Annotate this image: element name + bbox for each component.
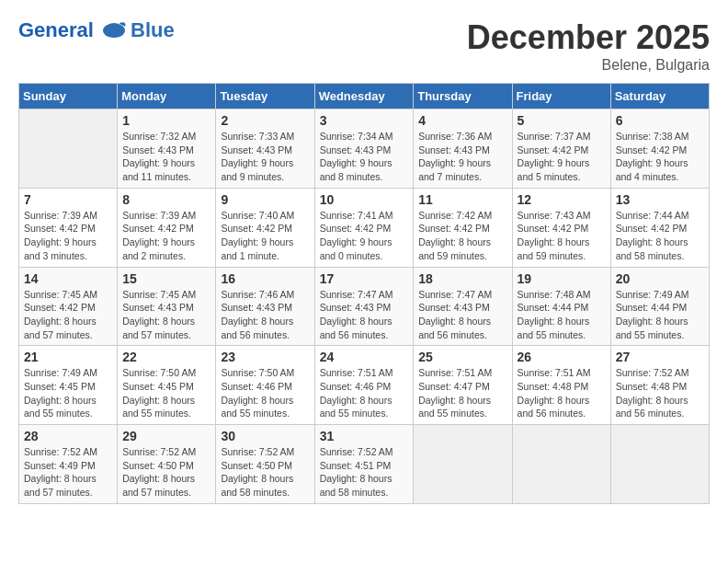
day-info: Sunrise: 7:52 AM Sunset: 4:49 PM Dayligh…	[24, 445, 112, 500]
day-info: Sunrise: 7:47 AM Sunset: 4:43 PM Dayligh…	[320, 288, 409, 342]
calendar-week-4: 21Sunrise: 7:49 AM Sunset: 4:45 PM Dayli…	[19, 346, 710, 425]
calendar-cell	[512, 425, 610, 504]
day-info: Sunrise: 7:50 AM Sunset: 4:46 PM Dayligh…	[221, 366, 309, 420]
calendar-cell: 8Sunrise: 7:39 AM Sunset: 4:42 PM Daylig…	[118, 188, 216, 267]
page-header: General Blue December 2025 Belene, Bulga…	[18, 18, 710, 74]
calendar-cell: 29Sunrise: 7:52 AM Sunset: 4:50 PM Dayli…	[118, 425, 216, 504]
calendar-cell: 15Sunrise: 7:45 AM Sunset: 4:43 PM Dayli…	[118, 267, 216, 346]
calendar-cell: 19Sunrise: 7:48 AM Sunset: 4:44 PM Dayli…	[512, 267, 610, 346]
day-number: 31	[320, 429, 409, 443]
location: Belene, Bulgaria	[467, 57, 710, 74]
calendar-cell: 11Sunrise: 7:42 AM Sunset: 4:42 PM Dayli…	[414, 188, 512, 267]
calendar-cell: 14Sunrise: 7:45 AM Sunset: 4:42 PM Dayli…	[19, 267, 118, 346]
calendar-cell: 9Sunrise: 7:40 AM Sunset: 4:42 PM Daylig…	[216, 188, 314, 267]
calendar-cell: 28Sunrise: 7:52 AM Sunset: 4:49 PM Dayli…	[19, 425, 118, 504]
day-info: Sunrise: 7:43 AM Sunset: 4:42 PM Dayligh…	[518, 209, 606, 263]
day-info: Sunrise: 7:42 AM Sunset: 4:42 PM Dayligh…	[418, 209, 506, 263]
dow-header-monday: Monday	[118, 84, 216, 109]
day-number: 27	[616, 350, 704, 364]
calendar-cell: 13Sunrise: 7:44 AM Sunset: 4:42 PM Dayli…	[610, 188, 709, 267]
day-info: Sunrise: 7:45 AM Sunset: 4:42 PM Dayligh…	[24, 288, 112, 342]
calendar-cell: 10Sunrise: 7:41 AM Sunset: 4:42 PM Dayli…	[314, 188, 414, 267]
day-info: Sunrise: 7:34 AM Sunset: 4:43 PM Dayligh…	[320, 130, 409, 184]
day-number: 23	[221, 350, 309, 364]
day-number: 14	[24, 271, 112, 286]
dow-header-wednesday: Wednesday	[314, 84, 414, 109]
day-info: Sunrise: 7:44 AM Sunset: 4:42 PM Dayligh…	[616, 209, 704, 263]
day-info: Sunrise: 7:50 AM Sunset: 4:45 PM Dayligh…	[122, 366, 210, 420]
day-number: 30	[221, 429, 309, 443]
day-number: 26	[518, 350, 606, 364]
calendar-week-2: 7Sunrise: 7:39 AM Sunset: 4:42 PM Daylig…	[19, 188, 710, 267]
day-info: Sunrise: 7:52 AM Sunset: 4:51 PM Dayligh…	[320, 445, 409, 500]
day-number: 18	[418, 271, 506, 286]
day-number: 16	[221, 271, 309, 286]
day-number: 5	[518, 113, 606, 128]
day-info: Sunrise: 7:52 AM Sunset: 4:50 PM Dayligh…	[221, 445, 309, 500]
day-info: Sunrise: 7:52 AM Sunset: 4:50 PM Dayligh…	[122, 445, 210, 500]
day-number: 12	[518, 192, 606, 207]
dow-header-friday: Friday	[512, 84, 610, 109]
day-info: Sunrise: 7:45 AM Sunset: 4:43 PM Dayligh…	[122, 288, 210, 342]
day-number: 22	[122, 350, 210, 364]
day-number: 11	[418, 192, 506, 207]
day-info: Sunrise: 7:49 AM Sunset: 4:45 PM Dayligh…	[24, 366, 112, 420]
logo-line1: General	[18, 18, 94, 41]
day-number: 17	[320, 271, 409, 286]
day-number: 13	[616, 192, 704, 207]
day-info: Sunrise: 7:39 AM Sunset: 4:42 PM Dayligh…	[24, 209, 112, 263]
calendar-cell: 7Sunrise: 7:39 AM Sunset: 4:42 PM Daylig…	[19, 188, 118, 267]
dow-header-sunday: Sunday	[19, 84, 118, 109]
day-info: Sunrise: 7:33 AM Sunset: 4:43 PM Dayligh…	[221, 130, 309, 184]
day-info: Sunrise: 7:47 AM Sunset: 4:43 PM Dayligh…	[418, 288, 506, 342]
calendar-cell: 21Sunrise: 7:49 AM Sunset: 4:45 PM Dayli…	[19, 346, 118, 425]
day-number: 2	[221, 113, 309, 128]
day-number: 7	[24, 192, 112, 207]
calendar-cell: 24Sunrise: 7:51 AM Sunset: 4:46 PM Dayli…	[314, 346, 414, 425]
day-info: Sunrise: 7:37 AM Sunset: 4:42 PM Dayligh…	[518, 130, 606, 184]
calendar-cell: 3Sunrise: 7:34 AM Sunset: 4:43 PM Daylig…	[314, 109, 414, 189]
day-info: Sunrise: 7:38 AM Sunset: 4:42 PM Dayligh…	[616, 130, 704, 184]
day-of-week-header: SundayMondayTuesdayWednesdayThursdayFrid…	[19, 84, 710, 109]
day-number: 15	[122, 271, 210, 286]
day-number: 29	[122, 429, 210, 443]
day-number: 20	[616, 271, 704, 286]
calendar-cell: 16Sunrise: 7:46 AM Sunset: 4:43 PM Dayli…	[216, 267, 314, 346]
day-info: Sunrise: 7:51 AM Sunset: 4:46 PM Dayligh…	[320, 366, 409, 420]
calendar-week-1: 1Sunrise: 7:32 AM Sunset: 4:43 PM Daylig…	[19, 109, 710, 189]
calendar-cell: 27Sunrise: 7:52 AM Sunset: 4:48 PM Dayli…	[610, 346, 709, 425]
calendar-cell: 5Sunrise: 7:37 AM Sunset: 4:42 PM Daylig…	[512, 109, 610, 189]
dow-header-tuesday: Tuesday	[216, 84, 314, 109]
day-info: Sunrise: 7:51 AM Sunset: 4:47 PM Dayligh…	[418, 366, 506, 420]
day-info: Sunrise: 7:36 AM Sunset: 4:43 PM Dayligh…	[418, 130, 506, 184]
day-number: 9	[221, 192, 309, 207]
day-number: 8	[122, 192, 210, 207]
calendar-cell	[414, 425, 512, 504]
day-info: Sunrise: 7:40 AM Sunset: 4:42 PM Dayligh…	[221, 209, 309, 263]
day-number: 28	[24, 429, 112, 443]
calendar-cell: 26Sunrise: 7:51 AM Sunset: 4:48 PM Dayli…	[512, 346, 610, 425]
logo-bird-icon	[101, 21, 127, 41]
calendar-cell: 25Sunrise: 7:51 AM Sunset: 4:47 PM Dayli…	[414, 346, 512, 425]
day-info: Sunrise: 7:52 AM Sunset: 4:48 PM Dayligh…	[616, 366, 704, 420]
day-info: Sunrise: 7:51 AM Sunset: 4:48 PM Dayligh…	[518, 366, 606, 420]
calendar-cell: 1Sunrise: 7:32 AM Sunset: 4:43 PM Daylig…	[118, 109, 216, 189]
day-number: 1	[122, 113, 210, 128]
calendar-cell: 6Sunrise: 7:38 AM Sunset: 4:42 PM Daylig…	[610, 109, 709, 189]
month-title: December 2025	[467, 18, 710, 57]
calendar-cell	[610, 425, 709, 504]
logo: General Blue	[18, 18, 175, 42]
dow-header-saturday: Saturday	[610, 84, 709, 109]
calendar-cell	[19, 109, 118, 189]
day-info: Sunrise: 7:39 AM Sunset: 4:42 PM Dayligh…	[122, 209, 210, 263]
calendar-cell: 30Sunrise: 7:52 AM Sunset: 4:50 PM Dayli…	[216, 425, 314, 504]
calendar-cell: 17Sunrise: 7:47 AM Sunset: 4:43 PM Dayli…	[314, 267, 414, 346]
calendar-week-3: 14Sunrise: 7:45 AM Sunset: 4:42 PM Dayli…	[19, 267, 710, 346]
calendar-table: SundayMondayTuesdayWednesdayThursdayFrid…	[18, 83, 710, 504]
calendar-cell: 22Sunrise: 7:50 AM Sunset: 4:45 PM Dayli…	[118, 346, 216, 425]
day-info: Sunrise: 7:46 AM Sunset: 4:43 PM Dayligh…	[221, 288, 309, 342]
calendar-cell: 20Sunrise: 7:49 AM Sunset: 4:44 PM Dayli…	[610, 267, 709, 346]
day-info: Sunrise: 7:49 AM Sunset: 4:44 PM Dayligh…	[616, 288, 704, 342]
day-number: 6	[616, 113, 704, 128]
calendar-cell: 23Sunrise: 7:50 AM Sunset: 4:46 PM Dayli…	[216, 346, 314, 425]
